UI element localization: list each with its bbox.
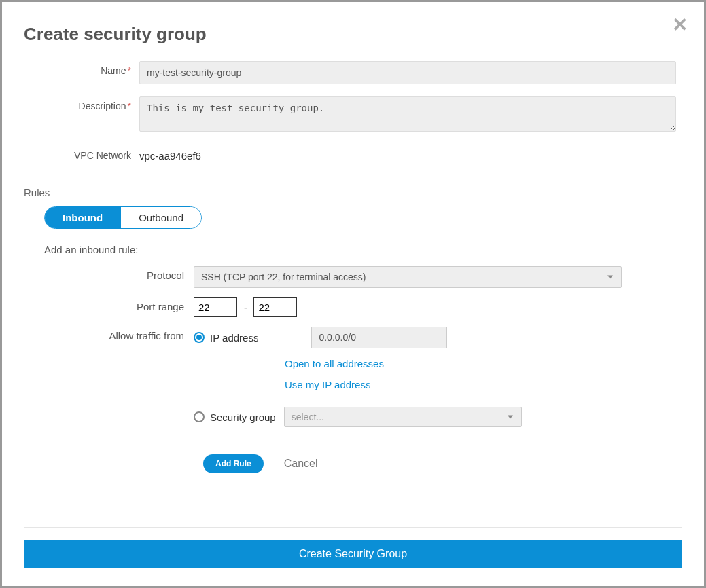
vpc-row: VPC Network vpc-aa946ef6: [24, 146, 682, 162]
name-input[interactable]: [139, 61, 676, 84]
allow-traffic-row: Allow traffic from IP address Open to al…: [24, 327, 682, 427]
ip-address-radio-label: IP address: [210, 332, 258, 344]
tab-inbound[interactable]: Inbound: [45, 207, 120, 228]
modal-footer: Create Security Group: [24, 515, 682, 568]
use-my-ip-link[interactable]: Use my IP address: [285, 379, 682, 390]
description-row: Description* This is my test security gr…: [24, 96, 682, 134]
divider: [24, 174, 682, 174]
security-group-radio-label: Security group: [210, 411, 276, 423]
description-input[interactable]: This is my test security group.: [139, 96, 676, 132]
cancel-rule-link[interactable]: Cancel: [284, 458, 318, 470]
port-from-input[interactable]: [194, 297, 237, 317]
vpc-label: VPC Network: [24, 146, 139, 161]
name-row: Name*: [24, 61, 682, 84]
protocol-row: Protocol SSH (TCP port 22, for terminal …: [24, 266, 682, 288]
protocol-label: Protocol: [24, 266, 194, 281]
create-security-group-modal: ✕ Create security group Name* Descriptio…: [0, 0, 706, 588]
page-title: Create security group: [24, 24, 682, 45]
security-group-radio[interactable]: [194, 411, 205, 422]
allow-traffic-label: Allow traffic from: [24, 327, 194, 342]
rules-direction-toggle: Inbound Outbound: [44, 206, 202, 229]
create-security-group-button[interactable]: Create Security Group: [24, 540, 682, 568]
security-group-select[interactable]: select...: [284, 407, 522, 427]
divider: [24, 527, 682, 528]
tab-outbound[interactable]: Outbound: [120, 207, 201, 228]
name-label: Name*: [24, 61, 139, 76]
close-icon[interactable]: ✕: [672, 16, 688, 35]
add-rule-heading: Add an inbound rule:: [44, 244, 682, 255]
ip-address-input[interactable]: [311, 327, 447, 348]
add-rule-button[interactable]: Add Rule: [203, 454, 264, 473]
description-label: Description*: [24, 96, 139, 111]
protocol-select[interactable]: SSH (TCP port 22, for terminal access): [194, 266, 622, 288]
rules-section-label: Rules: [24, 187, 682, 198]
port-range-separator: -: [244, 302, 247, 313]
port-range-row: Port range -: [24, 297, 682, 317]
required-asterisk: *: [128, 65, 131, 76]
port-range-label: Port range: [24, 297, 194, 312]
required-asterisk: *: [128, 100, 131, 111]
ip-address-radio[interactable]: [194, 332, 205, 343]
vpc-value: vpc-aa946ef6: [139, 146, 676, 162]
port-to-input[interactable]: [253, 297, 297, 317]
open-to-all-link[interactable]: Open to all addresses: [285, 358, 682, 369]
rule-action-row: Add Rule Cancel: [203, 454, 682, 473]
